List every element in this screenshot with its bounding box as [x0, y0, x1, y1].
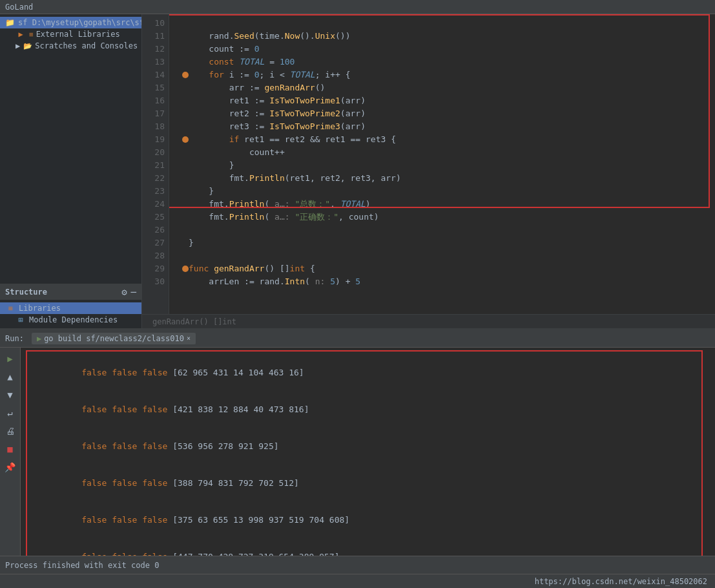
- code-line-13: const TOTAL = 100: [180, 56, 715, 68]
- folder-icon: 📁: [5, 18, 15, 27]
- run-content: ▶ ▲ ▼ ↵ 🖨 ■ 📌 false false false [62 965 …: [0, 348, 715, 556]
- structure-header: Structure ⚙ ─: [0, 284, 141, 300]
- run-tab-name: go build sf/newclass2/class010: [44, 334, 184, 343]
- scratches-label: Scratches and Consoles: [35, 41, 138, 50]
- run-print-button[interactable]: 🖨: [3, 424, 17, 438]
- minimize-icon[interactable]: ─: [131, 287, 136, 297]
- run-tab-close[interactable]: ×: [187, 335, 191, 342]
- structure-panel: Structure ⚙ ─ ≡ Libraries ⊞ Module Depen…: [0, 284, 141, 328]
- top-bar: GoLand: [0, 0, 715, 14]
- libraries-icon: ≡: [5, 304, 16, 313]
- run-label: Run:: [5, 334, 24, 343]
- settings-icon[interactable]: ⚙: [121, 287, 127, 297]
- status-url: https://blog.csdn.net/weixin_48502062: [535, 577, 707, 586]
- code-line-17: ret2 := IsTwoTwoPrime2(arr): [180, 107, 715, 120]
- output-line-3: false false false [536 956 278 921 925]: [31, 428, 698, 465]
- code-editor[interactable]: 10 11 12 13 14 15 16 17 18 19 20 21 22 2…: [142, 14, 715, 314]
- project-root-item[interactable]: 📁 sf D:\mysetup\gopath\src\sf: [0, 17, 141, 28]
- code-line-24: fmt.Println( a…: "总数：", TOTAL): [180, 198, 715, 211]
- code-line-19: if ret1 == ret2 && ret1 == ret3 {: [180, 133, 715, 146]
- status-bar: https://blog.csdn.net/weixin_48502062: [0, 574, 715, 588]
- run-pin-button[interactable]: 📌: [3, 460, 17, 474]
- editor-area: 10 11 12 13 14 15 16 17 18 19 20 21 22 2…: [142, 14, 715, 328]
- code-line-25: fmt.Println( a…: "正确数：", count): [180, 211, 715, 224]
- code-line-27: }: [180, 236, 715, 249]
- output-line-5: false false false [375 63 655 13 998 937…: [31, 501, 698, 538]
- module-deps-label: Module Dependencies: [29, 315, 118, 324]
- output-line-2: false false false [421 838 12 884 40 473…: [31, 391, 698, 428]
- hint-text: genRandArr() []int: [152, 317, 236, 326]
- bottom-panel: Run: ▶ go build sf/newclass2/class010 × …: [0, 328, 715, 574]
- code-line-28: [180, 249, 715, 262]
- code-line-12: count := 0: [180, 43, 715, 56]
- run-tabs: Run: ▶ go build sf/newclass2/class010 ×: [0, 330, 715, 348]
- output-line-6: false false false [447 770 428 727 319 6…: [31, 538, 698, 556]
- run-tab-icon: ▶: [37, 334, 41, 343]
- run-wrap-button[interactable]: ↵: [3, 406, 17, 420]
- library-icon: ▶: [16, 30, 26, 39]
- structure-title: Structure: [5, 288, 47, 297]
- scratches-icon: ▶: [16, 41, 20, 50]
- code-line-10: [180, 17, 715, 30]
- process-text: Process finished with exit code 0: [5, 561, 159, 570]
- libraries-item[interactable]: ≡ Libraries: [0, 302, 141, 314]
- top-bar-title: GoLand: [5, 3, 33, 12]
- code-line-11: rand.Seed(time.Now().Unix()): [180, 30, 715, 43]
- scratches-item[interactable]: ▶ 📂 Scratches and Consoles: [0, 40, 141, 52]
- run-up-button[interactable]: ▲: [3, 370, 17, 384]
- main-area: 📁 sf D:\mysetup\gopath\src\sf ▶ ≡ Extern…: [0, 14, 715, 328]
- project-root-label: sf D:\mysetup\gopath\src\sf: [18, 18, 141, 27]
- code-line-21: }: [180, 159, 715, 172]
- code-line-18: ret3 := IsTwoTwoPrime3(arr): [180, 120, 715, 133]
- hint-bar: genRandArr() []int: [142, 314, 715, 328]
- code-content[interactable]: rand.Seed(time.Now().Unix()) count := 0 …: [169, 14, 715, 314]
- code-line-30: arrLen := rand.Intn( n: 5) + 5: [180, 275, 715, 288]
- output-line-4: false false false [388 794 831 792 702 5…: [31, 465, 698, 501]
- code-line-22: fmt.Println(ret1, ret2, ret3, arr): [180, 172, 715, 185]
- libraries-label: Libraries: [19, 304, 61, 313]
- structure-tree: ≡ Libraries ⊞ Module Dependencies: [0, 300, 141, 328]
- run-tab[interactable]: ▶ go build sf/newclass2/class010 ×: [32, 333, 196, 344]
- code-line-26: [180, 224, 715, 236]
- structure-header-icons: ⚙ ─: [121, 287, 136, 297]
- code-line-14: for i := 0; i < TOTAL; i++ {: [180, 68, 715, 81]
- code-line-29: func genRandArr() []int {: [180, 262, 715, 275]
- run-stop-button[interactable]: ■: [3, 442, 17, 456]
- external-libraries-label: External Libraries: [36, 30, 120, 39]
- run-play-button[interactable]: ▶: [3, 352, 17, 366]
- run-down-button[interactable]: ▼: [3, 388, 17, 402]
- sidebar: 📁 sf D:\mysetup\gopath\src\sf ▶ ≡ Extern…: [0, 14, 142, 328]
- process-bar: Process finished with exit code 0: [0, 556, 715, 574]
- scratches-folder-icon: 📂: [23, 42, 32, 50]
- line-numbers: 10 11 12 13 14 15 16 17 18 19 20 21 22 2…: [142, 14, 169, 314]
- project-tree: 📁 sf D:\mysetup\gopath\src\sf ▶ ≡ Extern…: [0, 14, 141, 284]
- code-line-23: }: [180, 185, 715, 198]
- run-toolbar: ▶ ▲ ▼ ↵ 🖨 ■ 📌: [0, 348, 21, 556]
- code-line-15: arr := genRandArr(): [180, 81, 715, 94]
- external-libraries-item[interactable]: ▶ ≡ External Libraries: [0, 28, 141, 40]
- module-icon: ⊞: [16, 315, 26, 324]
- run-output[interactable]: false false false [62 965 431 14 104 463…: [21, 348, 715, 556]
- output-border-box: false false false [62 965 431 14 104 463…: [26, 350, 703, 556]
- code-line-20: count++: [180, 146, 715, 159]
- code-line-16: ret1 := IsTwoTwoPrime1(arr): [180, 94, 715, 107]
- module-deps-item[interactable]: ⊞ Module Dependencies: [0, 314, 141, 326]
- library-bars-icon: ≡: [29, 30, 34, 39]
- output-line-1: false false false [62 965 431 14 104 463…: [31, 354, 698, 391]
